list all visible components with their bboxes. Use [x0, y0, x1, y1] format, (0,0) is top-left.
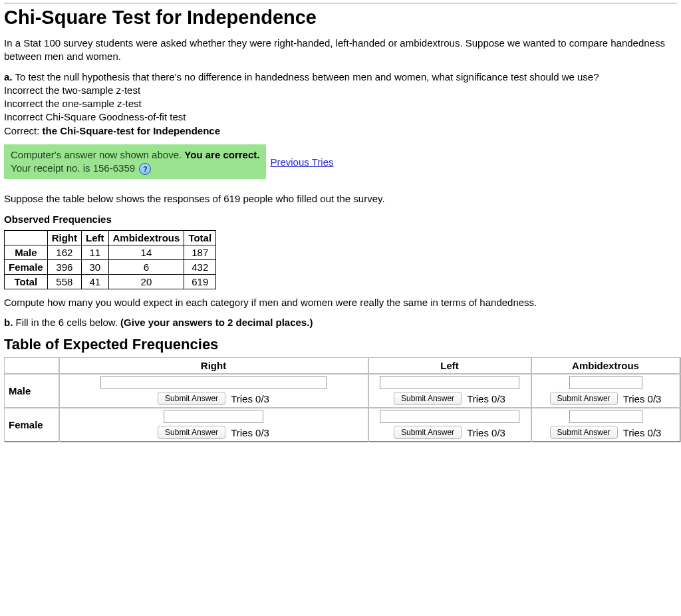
- exp-row-male: Male: [5, 374, 59, 408]
- exp-col-left: Left: [368, 358, 531, 374]
- obs-col-total: Total: [184, 230, 216, 245]
- tries-label: Tries 0/3: [467, 393, 505, 404]
- obs-col-left: Left: [82, 230, 109, 245]
- observed-table: Right Left Ambidextrous Total Male 162 1…: [4, 230, 216, 289]
- help-icon[interactable]: ?: [139, 163, 151, 175]
- obs-row-female: Female: [5, 259, 48, 274]
- obs-cell: 187: [184, 245, 216, 259]
- part-b-prompt: Fill in the 6 cells below.: [13, 317, 120, 328]
- exp-col-blank: [5, 358, 59, 374]
- obs-cell: 396: [47, 259, 81, 274]
- tries-label: Tries 0/3: [467, 427, 505, 438]
- feedback-correct: You are correct.: [184, 149, 259, 160]
- obs-row-total: Total: [5, 274, 48, 289]
- compute-paragraph: Compute how many you would expect in eac…: [4, 296, 677, 309]
- tries-label: Tries 0/3: [623, 393, 662, 404]
- submit-button[interactable]: Submit Answer: [158, 426, 225, 439]
- submit-button[interactable]: Submit Answer: [550, 426, 618, 439]
- part-a-block: a. To test the null hypothesis that ther…: [4, 71, 677, 138]
- exp-col-right: Right: [59, 358, 368, 374]
- option-1-text: the two-sample z-test: [46, 84, 141, 96]
- answer-input-female-left[interactable]: [380, 410, 519, 423]
- obs-cell: 619: [184, 274, 216, 289]
- feedback-line1: Computer's answer now shown above.: [11, 149, 184, 160]
- obs-col-right: Right: [47, 230, 81, 245]
- exp-col-amb: Ambidextrous: [531, 358, 680, 374]
- page-title: Chi-Square Test for Independence: [4, 7, 677, 29]
- part-b-label: b.: [4, 317, 13, 328]
- part-a-prompt: To test the null hypothesis that there's…: [13, 71, 599, 82]
- obs-cell: 20: [108, 274, 184, 289]
- obs-cell: 558: [47, 274, 81, 289]
- answer-input-male-right[interactable]: [100, 376, 327, 389]
- feedback-box: Computer's answer now shown above. You a…: [4, 144, 266, 180]
- option-3-text: Chi-Square Goodness-of-fit test: [46, 111, 186, 122]
- obs-cell: 41: [82, 274, 109, 289]
- submit-button[interactable]: Submit Answer: [550, 392, 618, 405]
- answer-input-female-amb[interactable]: [569, 410, 642, 423]
- feedback-receipt: 156-6359: [93, 162, 135, 174]
- option-1-prefix: Incorrect: [4, 84, 46, 96]
- submit-button[interactable]: Submit Answer: [394, 392, 462, 405]
- part-b-prompt-bold: (Give your answers to 2 decimal places.): [120, 317, 313, 328]
- answer-input-male-amb[interactable]: [569, 376, 642, 389]
- option-4-prefix: Correct:: [4, 125, 43, 136]
- part-b-block: b. Fill in the 6 cells below. (Give your…: [4, 316, 677, 329]
- obs-cell: 11: [82, 245, 109, 259]
- option-2-prefix: Incorrect: [4, 98, 46, 109]
- obs-col-blank: [5, 230, 48, 245]
- tries-label: Tries 0/3: [231, 393, 269, 404]
- observed-title: Observed Frequencies: [4, 213, 677, 226]
- expected-table: Right Left Ambidextrous Male Submit Answ…: [4, 357, 680, 442]
- obs-cell: 432: [184, 259, 216, 274]
- answer-input-female-right[interactable]: [164, 410, 263, 423]
- answer-input-male-left[interactable]: [380, 376, 519, 389]
- tries-label: Tries 0/3: [231, 427, 269, 438]
- option-2-text: the one-sample z-test: [46, 98, 142, 109]
- intro-paragraph: In a Stat 100 survey students were asked…: [4, 37, 677, 64]
- obs-col-amb: Ambidextrous: [108, 230, 184, 245]
- obs-cell: 14: [108, 245, 184, 259]
- option-4-text: the Chi-Square-test for Independence: [43, 125, 221, 136]
- feedback-line2a: Your receipt no. is: [11, 162, 93, 174]
- expected-title: Table of Expected Frequencies: [4, 336, 677, 353]
- obs-cell: 30: [82, 259, 109, 274]
- tries-label: Tries 0/3: [623, 427, 662, 438]
- submit-button[interactable]: Submit Answer: [394, 426, 462, 439]
- option-3-prefix: Incorrect: [4, 111, 46, 122]
- submit-button[interactable]: Submit Answer: [158, 392, 225, 405]
- obs-cell: 6: [108, 259, 184, 274]
- suppose-paragraph: Suppose the table below shows the respon…: [4, 192, 677, 206]
- exp-row-female: Female: [5, 408, 59, 442]
- obs-row-male: Male: [5, 245, 48, 259]
- previous-tries-link[interactable]: Previous Tries: [270, 156, 333, 168]
- obs-cell: 162: [47, 245, 81, 259]
- part-a-label: a.: [4, 71, 13, 82]
